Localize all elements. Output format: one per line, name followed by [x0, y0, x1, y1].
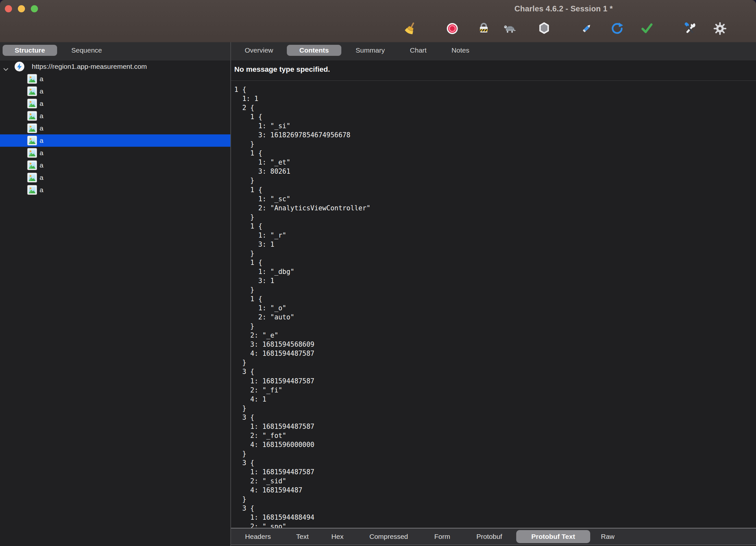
protobuf-text-view: 1 { 1: 1 2 { 1 { 1: "_si" 3: 16182697854… — [231, 80, 756, 528]
tree-root-label: https://region1.app-measurement.com — [32, 63, 147, 70]
tab-raw[interactable]: Raw — [591, 530, 624, 543]
breakpoints-hexagon-icon[interactable] — [537, 21, 551, 36]
tree-row-label: a — [40, 174, 43, 181]
message-text: No message type specified. — [234, 65, 330, 74]
throttle-turtle-icon[interactable] — [503, 21, 517, 36]
title-bar: Charles 4.6.2 - Session 1 * — [0, 0, 756, 42]
tree-root-host[interactable]: https://region1.app-measurement.com — [0, 60, 230, 73]
content-view-tab-bar: Headers Text Hex Compressed Form Protobu… — [231, 528, 756, 545]
image-file-icon — [27, 160, 37, 170]
message-bar: No message type specified. — [231, 60, 756, 80]
tree-row[interactable]: a — [0, 73, 230, 85]
tree-row[interactable]: a — [0, 85, 230, 97]
clear-broom-icon[interactable] — [403, 21, 418, 36]
tree-row-label: a — [40, 112, 43, 120]
main-area: Structure Sequence https://region1.app-m… — [0, 42, 756, 546]
detail-tab-strip: Overview Contents Summary Chart Notes — [231, 42, 756, 61]
image-file-icon — [27, 185, 37, 195]
tab-hex[interactable]: Hex — [321, 530, 354, 543]
tab-structure[interactable]: Structure — [3, 45, 57, 56]
tab-protobuf[interactable]: Protobuf — [468, 530, 510, 543]
image-file-icon — [27, 123, 37, 133]
left-tab-strip: Structure Sequence — [0, 42, 230, 61]
zoom-button[interactable] — [31, 5, 38, 12]
charles-window: Charles 4.6.2 - Session 1 * — [0, 0, 756, 546]
image-file-icon — [27, 74, 37, 84]
tab-headers[interactable]: Headers — [242, 530, 274, 543]
image-file-icon — [27, 86, 37, 96]
tree-row[interactable]: a — [0, 159, 230, 171]
tab-notes[interactable]: Notes — [447, 45, 473, 56]
structure-panel: Structure Sequence https://region1.app-m… — [0, 42, 231, 546]
tab-overview[interactable]: Overview — [239, 45, 278, 56]
window-title: Charles 4.6.2 - Session 1 * — [457, 4, 671, 13]
tab-contents[interactable]: Contents — [287, 45, 341, 56]
protobuf-text-content: 1 { 1: 1 2 { 1 { 1: "_si" 3: 16182697854… — [231, 81, 756, 528]
tree-row[interactable]: a — [0, 184, 230, 196]
status-strip — [231, 545, 756, 546]
tree-row-selected[interactable]: a — [0, 134, 230, 147]
ssl-lock-icon[interactable] — [477, 21, 491, 36]
tree-row-label: a — [40, 161, 43, 169]
image-file-icon — [27, 173, 37, 182]
tree-row[interactable]: a — [0, 97, 230, 110]
chevron-down-icon[interactable] — [3, 65, 8, 73]
tree-row-label: a — [40, 87, 43, 95]
tab-form[interactable]: Form — [426, 530, 458, 543]
tree-row[interactable]: a — [0, 147, 230, 159]
image-file-icon — [27, 136, 37, 145]
tree-row-label: a — [40, 137, 43, 144]
tab-summary[interactable]: Summary — [351, 45, 390, 56]
tree-row[interactable]: a — [0, 110, 230, 122]
tab-protobuf-text[interactable]: Protobuf Text — [516, 530, 590, 543]
tab-chart[interactable]: Chart — [405, 45, 431, 56]
tab-compressed[interactable]: Compressed — [363, 530, 415, 543]
validate-check-icon[interactable] — [640, 21, 654, 36]
compose-pen-icon[interactable] — [579, 21, 593, 36]
settings-gear-icon[interactable] — [713, 21, 727, 36]
tools-icon[interactable] — [683, 21, 697, 36]
record-icon[interactable] — [445, 21, 459, 36]
tree-row-label: a — [40, 100, 43, 107]
image-file-icon — [27, 148, 37, 158]
image-file-icon — [27, 99, 37, 108]
tree-row-label: a — [40, 75, 43, 83]
repeat-icon[interactable] — [610, 21, 624, 36]
tree-row[interactable]: a — [0, 171, 230, 184]
tree-row-label: a — [40, 124, 43, 132]
image-file-icon — [27, 111, 37, 121]
detail-panel: Overview Contents Summary Chart Notes No… — [231, 42, 756, 546]
tree-row-label: a — [40, 149, 43, 157]
minimize-button[interactable] — [18, 5, 25, 12]
close-button[interactable] — [5, 5, 12, 12]
tab-text[interactable]: Text — [286, 530, 319, 543]
tree-row-label: a — [40, 186, 43, 194]
tree-row[interactable]: a — [0, 122, 230, 134]
lightning-icon — [14, 61, 25, 72]
tab-sequence[interactable]: Sequence — [67, 45, 107, 56]
